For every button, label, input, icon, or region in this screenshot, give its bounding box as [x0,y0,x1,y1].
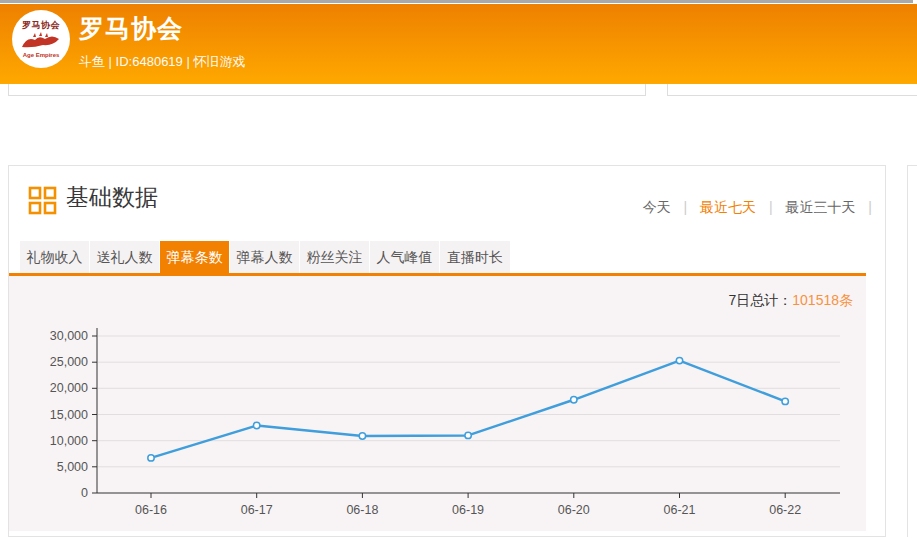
svg-text:06-18: 06-18 [346,503,378,517]
summary-label: 7日总计： [728,292,792,308]
svg-text:0: 0 [81,486,88,500]
svg-text:15,000: 15,000 [50,408,88,422]
basic-data-panel: 基础数据 今天 | 最近七天 | 最近三十天 | 礼物收入 送礼人数 弹幕条数 … [8,165,886,537]
time-range-filters: 今天 | 最近七天 | 最近三十天 | [643,199,881,217]
tab-followers[interactable]: 粉丝关注 [300,241,370,273]
chart-area: 7日总计：101518条 05,00010,00015,00020,00025,… [9,276,866,531]
time-filter-7days[interactable]: 最近七天 [700,199,756,215]
logo-text-cn: 罗马协会 [12,19,70,32]
browser-top-strip [0,0,913,3]
app-header: 罗马协会 Age Empires 罗马协会 斗鱼 | ID:6480619 | … [0,4,917,84]
filter-separator: | [684,199,688,215]
svg-text:30,000: 30,000 [50,329,88,343]
svg-text:25,000: 25,000 [50,355,88,369]
tab-danmaku-users[interactable]: 弹幕人数 [230,241,300,273]
cutoff-card-right [667,84,917,96]
svg-text:20,000: 20,000 [50,381,88,395]
filter-separator: | [868,199,872,215]
cutoff-card-left [8,84,646,96]
svg-text:06-16: 06-16 [135,503,167,517]
tab-stream-duration[interactable]: 直播时长 [440,241,510,273]
dragon-logo-icon [19,32,63,52]
channel-logo: 罗马协会 Age Empires [12,10,70,68]
time-filter-30days[interactable]: 最近三十天 [785,199,855,215]
svg-text:06-21: 06-21 [664,503,696,517]
summary-total: 7日总计：101518条 [728,292,853,310]
tab-gift-income[interactable]: 礼物收入 [20,241,90,273]
svg-text:06-22: 06-22 [769,503,801,517]
logo-text-en: Age Empires [12,52,70,58]
svg-text:06-19: 06-19 [452,503,484,517]
line-chart: 05,00010,00015,00020,00025,00030,00006-1… [9,320,866,530]
metric-tabs: 礼物收入 送礼人数 弹幕条数 弹幕人数 粉丝关注 人气峰值 直播时长 [20,241,510,273]
summary-unit: 条 [839,292,853,308]
grid-icon [28,186,57,215]
panel-title: 基础数据 [66,182,158,213]
right-sliver-panel [907,165,917,537]
summary-value: 101518 [792,292,839,308]
svg-text:5,000: 5,000 [57,460,88,474]
channel-title: 罗马协会 [79,12,245,45]
tab-gift-senders[interactable]: 送礼人数 [90,241,160,273]
svg-text:06-17: 06-17 [241,503,273,517]
tab-danmaku-count[interactable]: 弹幕条数 [160,241,230,273]
channel-subtitle: 斗鱼 | ID:6480619 | 怀旧游戏 [79,53,245,71]
tab-peak-popularity[interactable]: 人气峰值 [370,241,440,273]
svg-text:06-20: 06-20 [558,503,590,517]
svg-text:10,000: 10,000 [50,434,88,448]
time-filter-today[interactable]: 今天 [643,199,671,215]
filter-separator: | [769,199,773,215]
panel-header: 基础数据 今天 | 最近七天 | 最近三十天 | [9,166,885,241]
